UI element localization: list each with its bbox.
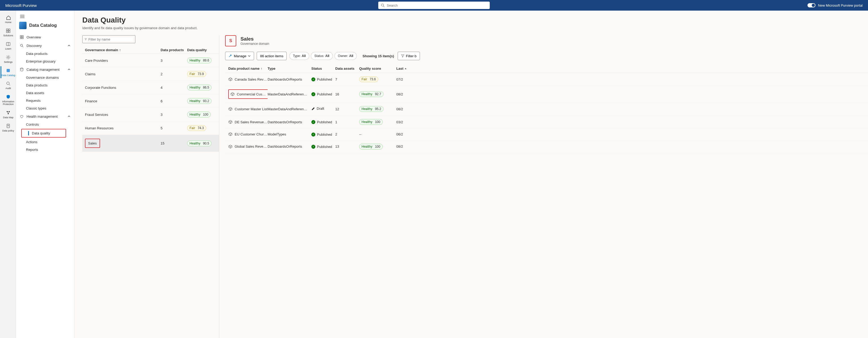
domain-name: Human Resources: [85, 126, 114, 130]
solutions-icon: [6, 28, 11, 33]
nav-item-classic-types[interactable]: Classic types: [16, 104, 74, 112]
global-search-input[interactable]: [387, 3, 487, 7]
product-row[interactable]: EU Customer Churn …ModelTypes✓Published2…: [225, 129, 868, 140]
filter-pill-type[interactable]: Type: All: [289, 52, 309, 60]
rail-item-solutions[interactable]: Solutions: [1, 27, 16, 39]
nav-section-health-management[interactable]: Health management: [16, 112, 74, 121]
nav-item-controls[interactable]: Controls: [16, 121, 74, 128]
domain-row-fraud-services[interactable]: Fraud Services3Healthy100: [82, 108, 219, 122]
svg-line-26: [22, 46, 23, 47]
domain-row-corporate-functions[interactable]: Corporate Functions4Healthy86.5: [82, 81, 219, 94]
product-assets: 12: [335, 107, 359, 111]
filter-button[interactable]: Filter b: [398, 52, 420, 60]
portal-toggle[interactable]: [807, 3, 815, 7]
nav-item-reports[interactable]: Reports: [16, 146, 74, 154]
domain-row-finance[interactable]: Finance6Healthy93.2: [82, 94, 219, 108]
nav-item-actions[interactable]: Actions: [16, 138, 74, 146]
manage-button[interactable]: Manage: [225, 52, 254, 60]
domain-product-count: 3: [161, 59, 187, 63]
showing-count: Showing 15 item(s): [363, 54, 394, 58]
product-row[interactable]: Canada Sales Reven…DashboardsOrReports✓P…: [225, 73, 868, 86]
col-quality-score[interactable]: Quality score: [359, 67, 396, 70]
nav-item-data-products[interactable]: Data products: [16, 81, 74, 89]
domain-product-count: 3: [161, 113, 187, 116]
product-type: MasterDataAndReferen…: [268, 92, 311, 96]
status-published: ✓Published: [311, 133, 332, 137]
rail-item-home[interactable]: Home: [1, 13, 16, 26]
filter-pill-status[interactable]: Status: All: [311, 52, 333, 60]
svg-line-11: [9, 84, 10, 86]
filter-by-name-input[interactable]: [88, 37, 133, 41]
col-status[interactable]: Status: [311, 67, 335, 70]
nav-item-data-products[interactable]: Data products: [16, 50, 74, 58]
rail-label: Information Protection: [1, 100, 16, 106]
domain-row-human-resources[interactable]: Human Resources5Fair74.3: [82, 122, 219, 135]
domain-product-count: 5: [161, 126, 187, 130]
rail-label: Learn: [5, 48, 11, 50]
audit-icon: [6, 81, 11, 86]
col-last[interactable]: Last: [396, 67, 410, 70]
filter-by-name[interactable]: [82, 35, 135, 43]
domain-name: Corporate Functions: [85, 86, 116, 90]
product-assets: 13: [335, 144, 359, 148]
data-policy-icon: [6, 123, 11, 129]
heart-icon: [20, 114, 24, 119]
package-icon: [228, 132, 232, 136]
left-icon-rail: HomeSolutionsLearnSettingsData CatalogAu…: [0, 10, 16, 338]
svg-rect-21: [20, 36, 22, 37]
rail-label: Data policy: [2, 130, 14, 132]
svg-point-25: [21, 44, 23, 46]
product-name: Commercial Custom…: [237, 92, 266, 96]
product-name: DE Sales Revenue In…: [235, 120, 268, 124]
package-icon: [228, 107, 232, 111]
domain-product-count: 4: [161, 86, 187, 90]
col-data-quality[interactable]: Data quality: [187, 48, 216, 52]
col-data-products[interactable]: Data products: [161, 48, 187, 52]
domain-detail-pane: S Sales Governance domain Manage 86 acti…: [219, 35, 868, 338]
rail-item-audit[interactable]: Audit: [1, 79, 16, 92]
product-row[interactable]: Global Sales Revenu…DashboardsOrReports✓…: [225, 140, 868, 153]
quality-badge: Healthy100: [187, 112, 211, 117]
nav-section-discovery[interactable]: Discovery: [16, 41, 74, 50]
domain-name: Sales: [85, 139, 100, 148]
nav-item-data-assets[interactable]: Data assets: [16, 89, 74, 97]
quality-badge: Healthy100: [359, 144, 383, 149]
rail-item-data-map[interactable]: Data Map: [1, 108, 16, 121]
nav-section-label: Health management: [27, 114, 58, 119]
quality-badge: Healthy89.6: [187, 58, 212, 63]
nav-section-overview[interactable]: Overview: [16, 33, 74, 41]
detail-toolbar: Manage 86 action items Type: AllStatus: …: [225, 52, 868, 60]
package-icon: [228, 144, 232, 149]
nav-section-catalog-management[interactable]: Catalog management: [16, 65, 74, 74]
domain-row-care-providers[interactable]: Care Providers3Healthy89.6: [82, 54, 219, 67]
information-protection-icon: [6, 94, 11, 99]
action-items-button[interactable]: 86 action items: [257, 52, 287, 60]
domain-name: Finance: [85, 99, 97, 103]
filter-pill-owner[interactable]: Owner: All: [335, 52, 357, 60]
rail-item-data-catalog[interactable]: Data Catalog: [1, 66, 16, 78]
col-product-name[interactable]: Data product name ↑: [225, 67, 268, 70]
domain-list-pane: Governance domain ↑ Data products Data q…: [82, 35, 219, 338]
check-circle-icon: ✓: [311, 92, 315, 96]
rail-item-learn[interactable]: Learn: [1, 40, 16, 52]
product-name: Canada Sales Reven…: [235, 77, 268, 81]
global-search[interactable]: [378, 2, 490, 9]
col-governance-domain[interactable]: Governance domain ↑: [85, 48, 161, 52]
package-icon: [228, 120, 232, 124]
nav-item-data-quality[interactable]: Data quality: [21, 129, 66, 138]
rail-item-settings[interactable]: Settings: [1, 53, 16, 65]
product-table-header: Data product name ↑ Type Status Data ass…: [225, 64, 868, 73]
col-data-assets[interactable]: Data assets: [335, 67, 359, 70]
product-row[interactable]: DE Sales Revenue In…DashboardsOrReports✓…: [225, 115, 868, 129]
nav-item-governance-domains[interactable]: Governance domains: [16, 74, 74, 81]
col-type[interactable]: Type: [268, 67, 311, 70]
product-row[interactable]: Commercial Custom…MasterDataAndReferen…✓…: [225, 86, 868, 103]
rail-item-information-protection[interactable]: Information Protection: [1, 93, 16, 107]
domain-row-claims[interactable]: Claims2Fair73.9: [82, 67, 219, 81]
domain-row-sales[interactable]: Sales15Healthy90.5: [82, 135, 219, 152]
rail-item-data-policy[interactable]: Data policy: [1, 122, 16, 134]
nav-item-enterprise-glossary[interactable]: Enterprise glossary: [16, 58, 74, 65]
nav-item-requests[interactable]: Requests: [16, 97, 74, 104]
hamburger-button[interactable]: [16, 12, 74, 21]
product-row[interactable]: Customer Master ListMasterDataAndReferen…: [225, 103, 868, 115]
